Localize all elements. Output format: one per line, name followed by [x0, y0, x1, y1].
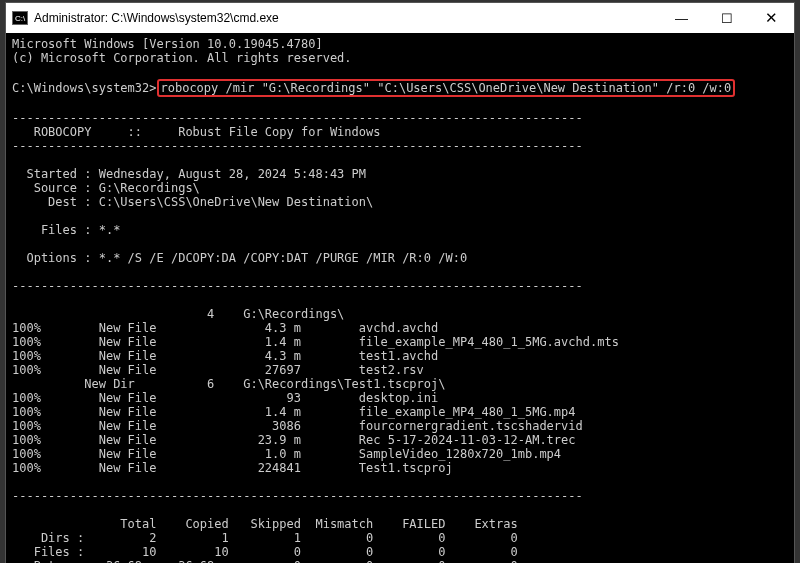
- dash-line: ----------------------------------------…: [12, 279, 583, 293]
- file-row: 100% New File 1.4 m file_example_MP4_480…: [12, 405, 576, 419]
- file-row: 100% New File 1.0 m SampleVideo_1280x720…: [12, 447, 561, 461]
- summary-dirs: Dirs : 2 1 1 0 0 0: [12, 531, 518, 545]
- file-row: 100% New File 27697 test2.rsv: [12, 363, 424, 377]
- dest-line: Dest : C:\Users\CSS\OneDrive\New Destina…: [12, 195, 373, 209]
- summary-header: Total Copied Skipped Mismatch FAILED Ext…: [12, 517, 518, 531]
- maximize-button[interactable]: ☐: [704, 3, 749, 33]
- summary-bytes: Bytes : 36.68 m 36.68 m 0 0 0 0: [12, 559, 518, 563]
- cmd-icon: C:\: [12, 11, 28, 25]
- file-row: 100% New File 93 desktop.ini: [12, 391, 438, 405]
- dir-line: New Dir 6 G:\Recordings\Test1.tscproj\: [12, 377, 445, 391]
- options-line: Options : *.* /S /E /DCOPY:DA /COPY:DAT …: [12, 251, 467, 265]
- files-line: Files : *.*: [12, 223, 120, 237]
- dir-line: 4 G:\Recordings\: [12, 307, 344, 321]
- copyright-line: (c) Microsoft Corporation. All rights re…: [12, 51, 352, 65]
- file-row: 100% New File 4.3 m test1.avchd: [12, 349, 438, 363]
- file-row: 100% New File 23.9 m Rec 5-17-2024-11-03…: [12, 433, 576, 447]
- window-controls: — ☐ ✕: [659, 3, 794, 33]
- command-text: robocopy /mir "G:\Recordings" "C:\Users\…: [161, 81, 732, 95]
- cmd-window: C:\ Administrator: C:\Windows\system32\c…: [5, 2, 795, 563]
- title-left: C:\ Administrator: C:\Windows\system32\c…: [12, 11, 279, 25]
- file-row: 100% New File 3086 fourcornergradient.ts…: [12, 419, 583, 433]
- source-line: Source : G:\Recordings\: [12, 181, 200, 195]
- close-button[interactable]: ✕: [749, 3, 794, 33]
- command-highlight: robocopy /mir "G:\Recordings" "C:\Users\…: [157, 79, 736, 97]
- robocopy-header: ROBOCOPY :: Robust File Copy for Windows: [12, 125, 380, 139]
- terminal-output[interactable]: Microsoft Windows [Version 10.0.19045.47…: [6, 33, 794, 563]
- prompt: C:\Windows\system32>: [12, 81, 157, 95]
- titlebar[interactable]: C:\ Administrator: C:\Windows\system32\c…: [6, 3, 794, 33]
- dash-line: ----------------------------------------…: [12, 489, 583, 503]
- dash-line: ----------------------------------------…: [12, 111, 583, 125]
- minimize-button[interactable]: —: [659, 3, 704, 33]
- file-row: 100% New File 1.4 m file_example_MP4_480…: [12, 335, 619, 349]
- started-line: Started : Wednesday, August 28, 2024 5:4…: [12, 167, 366, 181]
- window-title: Administrator: C:\Windows\system32\cmd.e…: [34, 11, 279, 25]
- file-row: 100% New File 4.3 m avchd.avchd: [12, 321, 438, 335]
- file-row: 100% New File 224841 Test1.tscproj: [12, 461, 453, 475]
- version-line: Microsoft Windows [Version 10.0.19045.47…: [12, 37, 323, 51]
- summary-files: Files : 10 10 0 0 0 0: [12, 545, 518, 559]
- dash-line: ----------------------------------------…: [12, 139, 583, 153]
